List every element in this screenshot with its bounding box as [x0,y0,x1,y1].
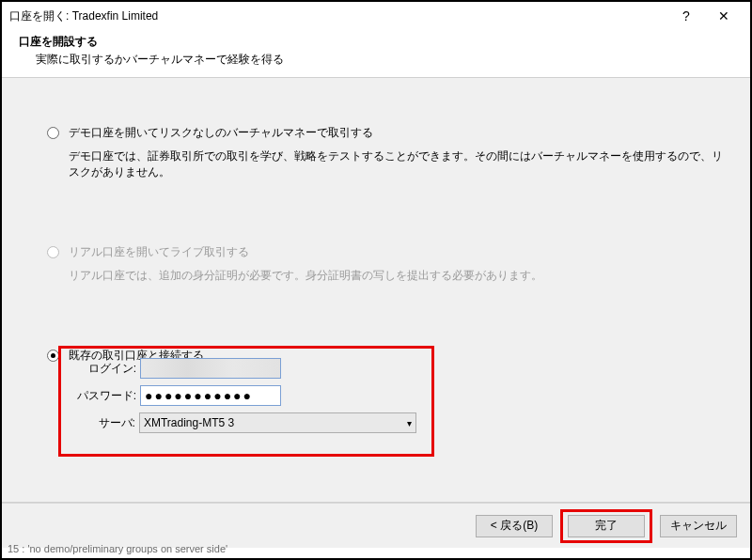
radio-real[interactable] [47,246,59,258]
subheader-desc: 実際に取引するかバーチャルマネーで経験を得る [19,52,733,68]
titlebar: 口座を開く: Tradexfin Limited ? ✕ [2,2,750,30]
finish-button[interactable]: 完了 [568,515,645,537]
row-login: ログイン: [76,358,416,379]
back-button[interactable]: < 戻る(B) [476,515,553,537]
credentials-highlight-box: ログイン: パスワード: ●●●●●●●●●●● サーバ: XMTrading-… [58,346,434,457]
password-label: パスワード: [76,388,140,404]
option-demo-title[interactable]: デモ口座を開いてリスクなしのバーチャルマネーで取引する [69,125,373,141]
server-label: サーバ: [76,415,139,431]
password-input[interactable]: ●●●●●●●●●●● [140,385,281,406]
window-title: 口座を開く: Tradexfin Limited [9,8,667,24]
cancel-button[interactable]: キャンセル [660,515,737,537]
row-password: パスワード: ●●●●●●●●●●● [76,385,416,406]
login-label: ログイン: [76,361,140,377]
footer: < 戻る(B) 完了 キャンセル [2,503,750,548]
status-strip: 15 : 'no demo/preliminary groups on serv… [4,543,748,556]
row-server: サーバ: XMTrading-MT5 3 ▾ [76,412,416,433]
finish-highlight: 完了 [560,509,652,543]
login-input[interactable] [140,358,281,379]
close-button[interactable]: ✕ [705,3,743,29]
subheader: 口座を開設する 実際に取引するかバーチャルマネーで経験を得る [2,30,750,77]
server-select-value: XMTrading-MT5 3 [144,416,234,429]
radio-demo[interactable] [47,127,59,139]
content-area: デモ口座を開いてリスクなしのバーチャルマネーで取引する デモ口座では、証券取引所… [2,78,750,502]
subheader-title: 口座を開設する [19,34,733,50]
chevron-down-icon: ▾ [407,418,412,428]
server-select[interactable]: XMTrading-MT5 3 ▾ [139,412,416,433]
option-demo: デモ口座を開いてリスクなしのバーチャルマネーで取引する デモ口座では、証券取引所… [47,125,731,180]
option-demo-desc: デモ口座では、証券取引所での取引を学び、戦略をテストすることができます。その間に… [69,148,731,180]
option-real-title[interactable]: リアル口座を開いてライブ取引する [69,244,249,260]
option-real: リアル口座を開いてライブ取引する リアル口座では、追加の身分証明が必要です。身分… [47,244,731,284]
help-button[interactable]: ? [667,3,705,29]
option-real-desc: リアル口座では、追加の身分証明が必要です。身分証明書の写しを提出する必要がありま… [69,268,731,284]
